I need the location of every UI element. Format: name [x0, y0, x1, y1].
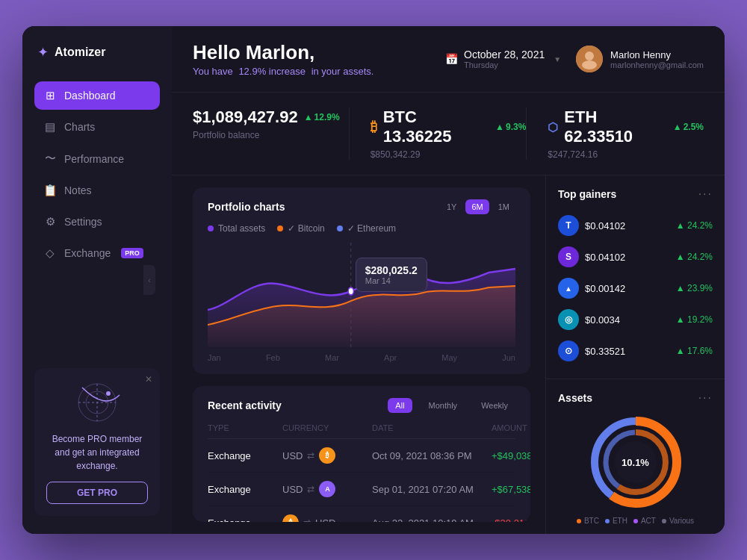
user-name: Marlon Henny — [610, 49, 704, 60]
x-label-mar: Mar — [325, 353, 339, 362]
date-label: October 28, 2021 — [464, 49, 545, 60]
logo-text: Atomizer — [55, 46, 105, 59]
sidebar-item-label: Settings — [64, 216, 102, 228]
activity-header: Recent activity All Monthly Weekly — [208, 398, 515, 413]
notes-icon: 📋 — [43, 184, 57, 197]
greeting-title: Hello Marlon, — [193, 41, 445, 64]
sidebar-item-settings[interactable]: ⚙ Settings — [34, 208, 160, 236]
portfolio-change: ▲ 12.9% — [304, 112, 340, 122]
chevron-down-icon[interactable]: ▼ — [554, 55, 561, 63]
gainer-price-1: $0.04102 — [585, 220, 625, 231]
sidebar-item-dashboard[interactable]: ⊞ Dashboard — [34, 81, 160, 110]
gainer-coin-3: ▲ — [558, 278, 579, 299]
greeting-subtitle: You have 12.9% increase in your assets. — [193, 66, 445, 77]
btc-value: BTC 13.36225 — [383, 108, 489, 146]
chart-svg — [208, 243, 515, 347]
sidebar-item-notes[interactable]: 📋 Notes — [34, 176, 160, 205]
calendar-icon: 📅 — [445, 53, 458, 65]
sidebar-item-label: Notes — [64, 184, 92, 196]
svg-point-4 — [106, 391, 111, 396]
gainer-change-5: ▲ 17.6% — [676, 346, 713, 356]
gainer-row: S $0.04102 ▲ 24.2% — [558, 241, 713, 273]
avatar — [576, 46, 603, 72]
promo-graphic — [67, 380, 127, 425]
row1-date: Oct 09, 2021 08:36 PM — [372, 450, 492, 461]
user-section: Marlon Henny marlonhenny@gmail.com — [576, 46, 704, 72]
filter-monthly[interactable]: Monthly — [421, 398, 465, 413]
gainer-coin-4: ◎ — [558, 309, 579, 330]
promo-text: Become PRO member and get an integrated … — [46, 432, 148, 473]
gainer-row: ◎ $0.0034 ▲ 19.2% — [558, 304, 713, 335]
sidebar-collapse-button[interactable]: ‹ — [143, 265, 155, 295]
sidebar-item-performance[interactable]: 〜 Performance — [34, 144, 160, 173]
chart-tooltip-dot — [348, 287, 353, 295]
exchange-icon: ◇ — [43, 246, 57, 260]
assets-title: Assets — [558, 392, 592, 404]
table-row: Exchange USD ⇄ A Sep 01, 2021 07:20 AM +… — [208, 473, 515, 506]
get-pro-button[interactable]: GET PRO — [46, 482, 148, 504]
performance-icon: 〜 — [43, 152, 57, 166]
x-label-apr: Apr — [384, 353, 397, 362]
gainer-change-2: ▲ 24.2% — [676, 252, 713, 262]
col-date: DATE — [372, 423, 492, 432]
gainer-change-4: ▲ 19.2% — [676, 314, 713, 325]
portfolio-label: Portfolio balance — [193, 130, 349, 140]
legend-bitcoin: ✓ Bitcoin — [277, 223, 324, 234]
gainers-header: Top gainers ··· — [558, 187, 713, 201]
left-panel: Portfolio charts 1Y 6M 1M Total assets — [172, 175, 545, 534]
filter-1m[interactable]: 1M — [492, 199, 515, 214]
row1-type: Exchange — [208, 450, 282, 461]
filter-1y[interactable]: 1Y — [441, 199, 462, 214]
assets-more-button[interactable]: ··· — [698, 391, 713, 405]
gainer-price-3: $0.00142 — [585, 283, 625, 294]
row1-amount: +$49,038.1 +0.7923 BTC — [492, 447, 530, 464]
row2-date: Sep 01, 2021 07:20 AM — [372, 484, 492, 495]
gainers-card: Top gainers ··· T $0.04102 ▲ 24.2% — [546, 175, 725, 379]
table-header: TYPE CURRENCY DATE AMOUNT — [208, 423, 515, 439]
sidebar-item-label: Dashboard — [64, 90, 116, 102]
greeting-highlight: 12.9% increase — [238, 66, 306, 77]
svg-point-7 — [582, 60, 597, 69]
table-row: Exchange ₿ ⇄ USD Aug 22, 2021 10:19 AM -… — [208, 506, 515, 522]
gainer-row: ▲ $0.00142 ▲ 23.9% — [558, 273, 713, 304]
legend-dot-btc — [277, 225, 283, 231]
arrow-up-icon: ▲ — [304, 112, 313, 122]
gainer-row: T $0.04102 ▲ 24.2% — [558, 210, 713, 241]
gainer-coin-5: ⊙ — [558, 340, 579, 361]
stats-row: $1,089,427.92 ▲ 12.9% Portfolio balance … — [172, 93, 725, 175]
chart-card: Portfolio charts 1Y 6M 1M Total assets — [193, 187, 530, 374]
promo-close-button[interactable]: ✕ — [145, 374, 152, 385]
chart-area: $280,025.2 Mar 14 — [208, 243, 515, 347]
dashboard-icon: ⊞ — [43, 89, 57, 102]
legend-total-assets: Total assets — [208, 223, 265, 234]
filter-weekly[interactable]: Weekly — [474, 398, 515, 413]
filter-all[interactable]: All — [388, 398, 412, 413]
swap-icon: ⇄ — [307, 450, 314, 461]
table-row: Exchange USD ⇄ ₿ Oct 09, 2021 08:36 PM +… — [208, 439, 515, 473]
legend-eth: ETH — [605, 517, 627, 525]
dot-btc — [577, 519, 581, 523]
gainers-title: Top gainers — [558, 188, 616, 200]
sidebar-item-exchange[interactable]: ◇ Exchange PRO — [34, 239, 160, 267]
greeting-section: Hello Marlon, You have 12.9% increase in… — [193, 41, 445, 77]
bottom-row: Recent activity All Monthly Weekly TYPE … — [172, 386, 545, 534]
dot-various — [662, 519, 666, 523]
btc-change: ▲ 9.3% — [495, 122, 526, 132]
pro-badge: PRO — [121, 248, 143, 258]
row1-currency: USD ⇄ ₿ — [282, 447, 372, 464]
time-filters: 1Y 6M 1M — [441, 199, 515, 214]
chart-title: Portfolio charts — [208, 201, 285, 213]
logo-icon: ✦ — [37, 44, 49, 60]
eth-sub-value: $247,724.16 — [548, 149, 704, 160]
header: Hello Marlon, You have 12.9% increase in… — [172, 26, 725, 93]
gainer-price-5: $0.33521 — [585, 346, 625, 357]
more-options-button[interactable]: ··· — [698, 187, 713, 201]
sidebar-item-charts[interactable]: ▤ Charts — [34, 113, 160, 141]
filter-6m[interactable]: 6M — [465, 199, 489, 214]
svg-point-6 — [585, 52, 594, 60]
gainer-price-4: $0.0034 — [585, 314, 620, 326]
row2-amount: +$67,538.2 +0.9313 BTC — [492, 480, 530, 498]
arrow-up-icon: ▲ — [673, 122, 682, 132]
user-email: marlonhenny@gmail.com — [610, 60, 704, 69]
day-label: Thursday — [464, 60, 545, 69]
